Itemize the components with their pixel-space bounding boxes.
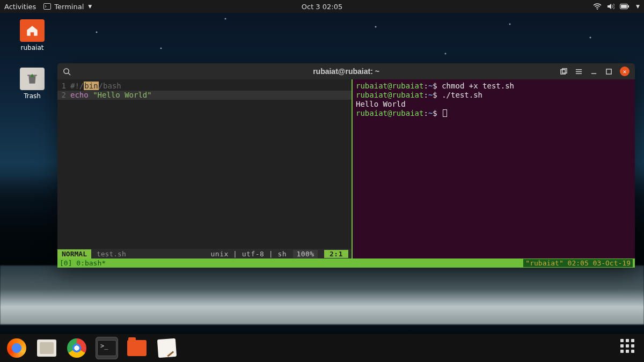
new-tab-icon[interactable] bbox=[560, 68, 567, 75]
dock bbox=[0, 334, 644, 362]
shell-prompt-line: rubaiat@rubaiat:~$ ./test.sh bbox=[356, 91, 632, 100]
line-number: 2 bbox=[57, 91, 70, 100]
activities-button[interactable]: Activities bbox=[4, 3, 36, 11]
vim-percent: 100% bbox=[293, 250, 317, 258]
home-folder-icon bbox=[20, 19, 45, 42]
terminal-icon bbox=[97, 340, 116, 356]
dock-text-editor[interactable] bbox=[156, 337, 178, 359]
volume-icon bbox=[607, 3, 614, 10]
maximize-button[interactable] bbox=[605, 68, 612, 75]
trash-icon bbox=[20, 68, 45, 90]
files-icon bbox=[37, 339, 56, 357]
chevron-down-icon: ▼ bbox=[636, 4, 640, 9]
app-menu[interactable]: Terminal ▼ bbox=[43, 3, 92, 11]
desktop-home-label: rubaiat bbox=[13, 44, 52, 51]
code-text: /bash bbox=[99, 82, 121, 90]
wifi-icon bbox=[593, 3, 602, 10]
vim-statusline: NORMAL test.sh unix | utf-8 | sh 100% 2:… bbox=[57, 249, 352, 258]
svg-rect-0 bbox=[44, 4, 51, 10]
window-title: rubaiat@rubaiat: ~ bbox=[313, 67, 379, 76]
tmux-pane-editor[interactable]: 1 #!/bin/bash 2 echo "Hello World" NORMA… bbox=[57, 79, 352, 258]
svg-rect-4 bbox=[628, 5, 629, 8]
dock-file-manager[interactable] bbox=[126, 337, 148, 359]
window-titlebar[interactable]: rubaiat@rubaiat: ~ ✕ bbox=[57, 63, 635, 79]
tmux-status-bar: [0] 0:bash* "rubaiat" 02:05 03-Oct-19 bbox=[57, 258, 635, 268]
close-button[interactable]: ✕ bbox=[620, 67, 630, 76]
status-area[interactable]: ▼ bbox=[593, 3, 640, 10]
shell-prompt-line: rubaiat@rubaiat:~$ chmod +x test.sh bbox=[356, 82, 632, 91]
search-icon[interactable] bbox=[63, 68, 71, 76]
editor-buffer[interactable]: 1 #!/bin/bash 2 echo "Hello World" bbox=[57, 79, 352, 249]
hamburger-menu-icon[interactable] bbox=[575, 68, 582, 75]
vim-fileinfo: unix | utf-8 | sh 100% 2:1 bbox=[210, 249, 352, 258]
shell-prompt-line: rubaiat@rubaiat:~$ bbox=[356, 109, 632, 118]
shell-output-line: Hello World bbox=[356, 100, 632, 109]
desktop-trash[interactable]: Trash bbox=[13, 68, 52, 100]
show-applications-button[interactable] bbox=[620, 339, 639, 357]
battery-icon bbox=[620, 3, 630, 10]
terminal-small-icon bbox=[43, 3, 51, 10]
chrome-icon bbox=[67, 338, 86, 358]
svg-point-1 bbox=[597, 9, 598, 10]
dock-chrome[interactable] bbox=[65, 337, 88, 359]
minimize-button[interactable] bbox=[590, 68, 597, 75]
code-highlight: bin bbox=[84, 82, 98, 90]
code-keyword: echo bbox=[70, 91, 89, 99]
vim-filename: test.sh bbox=[91, 249, 131, 258]
code-string: "Hello World" bbox=[93, 91, 152, 99]
desktop-home-folder[interactable]: rubaiat bbox=[13, 19, 52, 51]
svg-rect-8 bbox=[606, 69, 611, 73]
desktop-trash-label: Trash bbox=[13, 92, 52, 100]
vim-mode: NORMAL bbox=[57, 249, 91, 258]
dock-firefox[interactable] bbox=[5, 337, 28, 359]
gnome-top-bar: Activities Terminal ▼ Oct 3 02:05 ▼ bbox=[0, 0, 644, 13]
chevron-down-icon: ▼ bbox=[88, 4, 92, 9]
svg-rect-3 bbox=[621, 5, 627, 8]
app-menu-label: Terminal bbox=[54, 3, 84, 11]
folder-icon bbox=[127, 340, 147, 356]
tmux-status-left: [0] 0:bash* bbox=[60, 259, 106, 267]
vim-cursor-pos: 2:1 bbox=[324, 250, 348, 258]
dock-files[interactable] bbox=[35, 337, 58, 359]
clock[interactable]: Oct 3 02:05 bbox=[302, 3, 342, 11]
cursor bbox=[443, 109, 447, 117]
tmux-pane-shell[interactable]: rubaiat@rubaiat:~$ chmod +x test.shrubai… bbox=[352, 79, 635, 258]
text-editor-icon bbox=[157, 338, 177, 358]
firefox-icon bbox=[7, 338, 26, 358]
line-number: 1 bbox=[57, 82, 70, 91]
dock-terminal[interactable] bbox=[96, 337, 118, 359]
svg-point-5 bbox=[64, 68, 69, 73]
editor-line: 2 echo "Hello World" bbox=[57, 91, 352, 100]
wallpaper-snow-hill bbox=[0, 265, 644, 324]
tmux-status-right: "rubaiat" 02:05 03-Oct-19 bbox=[523, 259, 633, 267]
code-text: #!/ bbox=[70, 82, 84, 90]
terminal-window: rubaiat@rubaiat: ~ ✕ 1 #!/bin/bash 2 ech bbox=[57, 63, 635, 268]
editor-line: 1 #!/bin/bash bbox=[57, 82, 352, 91]
